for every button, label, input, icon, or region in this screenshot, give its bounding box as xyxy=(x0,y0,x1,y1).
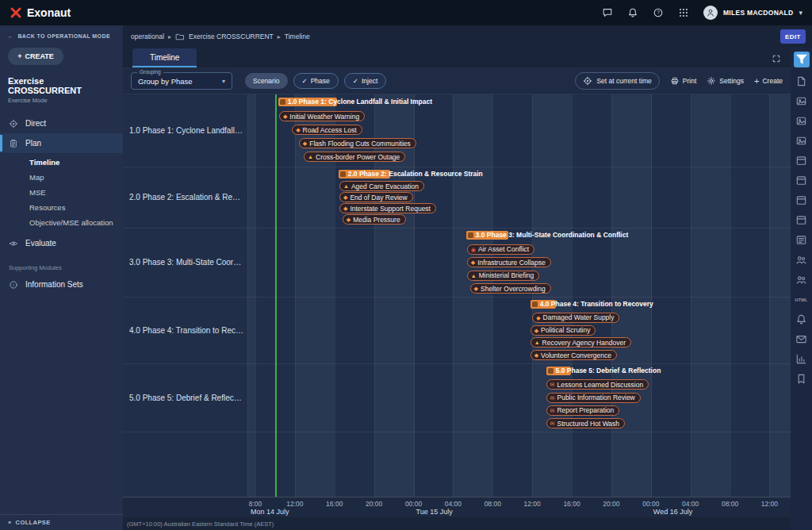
axis-tick: 00:00 xyxy=(642,500,659,508)
inject-chip[interactable]: ◆Initial Weather Warning xyxy=(279,111,365,121)
sidebar-item-resources[interactable]: Resources xyxy=(0,200,123,215)
chat-icon[interactable] xyxy=(602,7,613,18)
right-icon-rail: HTML xyxy=(791,48,812,530)
inject-chip[interactable]: ◆Shelter Overcrowding xyxy=(470,283,551,294)
phase-bar[interactable]: 1.0 Phase 1: Cyclone Landfall & Initial … xyxy=(278,98,338,106)
chevron-right-icon: ▸ xyxy=(168,33,171,40)
card-icon-2[interactable] xyxy=(795,175,807,186)
timeline-band xyxy=(691,94,730,497)
gridline xyxy=(651,94,652,497)
inject-chip[interactable]: ◆Media Pressure xyxy=(343,214,406,225)
diamond-icon: ◆ xyxy=(303,140,307,146)
row-separator xyxy=(123,167,791,167)
inject-label: Road Access Lost xyxy=(303,126,357,134)
filter-chip-scenario[interactable]: Scenario xyxy=(245,73,288,89)
help-icon[interactable]: ? xyxy=(653,7,664,18)
notifications-icon[interactable] xyxy=(795,313,807,325)
phase-bar[interactable]: 3.0 Phase 3: Multi-State Coordination & … xyxy=(466,231,509,240)
card-icon[interactable] xyxy=(795,155,807,167)
row-separator xyxy=(123,432,791,432)
inject-chip[interactable]: ◆Interstate Support Request xyxy=(339,203,436,213)
mail-icon: ✉ xyxy=(550,421,555,426)
inject-label: Damaged Water Supply xyxy=(543,313,615,321)
breadcrumb-exercise[interactable]: Exercise CROSSCURRENT xyxy=(189,33,274,40)
tab-timeline[interactable]: Timeline xyxy=(132,48,197,67)
inject-chip[interactable]: ◆Infrastructure Collapse xyxy=(467,257,551,267)
axis-day-label: Wed 16 July xyxy=(653,508,692,516)
html-icon[interactable]: HTML xyxy=(795,294,807,305)
inject-chip[interactable]: ▲Aged Care Evacuation xyxy=(339,181,424,191)
phase-bar[interactable]: 4.0 Phase 4: Transition to Recovery xyxy=(530,300,556,309)
apps-grid-icon[interactable] xyxy=(678,7,689,18)
sidebar-item-information-sets[interactable]: i Information Sets xyxy=(0,275,123,294)
gridline xyxy=(532,94,533,497)
inject-chip[interactable]: ▲Recovery Agency Handover xyxy=(530,337,631,348)
exonaut-logo: Exonaut xyxy=(10,6,71,19)
print-button[interactable]: Print xyxy=(670,76,696,86)
user-menu[interactable]: MILES MACDONALD ▾ xyxy=(703,6,802,20)
inject-chip[interactable]: ◆Volunteer Convergence xyxy=(530,350,617,360)
timeline-band xyxy=(532,94,572,497)
sidebar-item-timeline[interactable]: Timeline xyxy=(0,155,123,170)
sidebar-item-map[interactable]: Map xyxy=(0,170,123,185)
inject-chip[interactable]: ▲Ministerial Briefing xyxy=(467,271,539,281)
mail-icon[interactable] xyxy=(795,333,807,345)
sidebar-item-objective-mse-allocation[interactable]: Objective/MSE allocation xyxy=(0,215,123,230)
sidebar: ← BACK TO OPERATIONAL MODE + CREATE Exer… xyxy=(0,25,123,530)
back-to-operational-mode[interactable]: ← BACK TO OPERATIONAL MODE xyxy=(0,25,123,40)
inject-chip[interactable]: ◆Road Access Lost xyxy=(292,125,362,135)
list-icon[interactable] xyxy=(795,234,807,246)
edit-button[interactable]: EDIT xyxy=(780,29,806,44)
breadcrumb-operational[interactable]: operational xyxy=(131,33,164,40)
person-icon xyxy=(706,8,715,17)
filter-chip-phase[interactable]: ✓Phase xyxy=(293,73,339,89)
inject-chip[interactable]: ✉Public Information Review xyxy=(546,393,641,403)
settings-button[interactable]: Settings xyxy=(707,76,744,86)
gridline xyxy=(255,94,256,497)
group-icon-2[interactable] xyxy=(795,274,807,286)
image-icon[interactable] xyxy=(795,95,807,107)
axis-tick: 08:00 xyxy=(485,500,501,508)
phase-bar-label: 2.0 Phase 2: Escalation & Resource Strai… xyxy=(348,170,483,179)
gear-icon xyxy=(707,76,716,86)
fullscreen-icon[interactable] xyxy=(772,54,781,63)
card-icon-4[interactable] xyxy=(795,214,807,226)
document-icon[interactable] xyxy=(795,75,807,87)
sidebar-item-mse[interactable]: MSE xyxy=(0,185,123,200)
inject-chip[interactable]: ◆Political Scrutiny xyxy=(530,325,596,336)
user-name: MILES MACDONALD xyxy=(723,9,794,17)
set-current-time-button[interactable]: Set at current time xyxy=(575,72,659,90)
inject-chip[interactable]: ◆Flash Flooding Cuts Communities xyxy=(299,138,416,148)
card-icon-3[interactable] xyxy=(795,194,807,206)
inject-chip[interactable]: ✉Structured Hot Wash xyxy=(546,418,625,428)
group-icon[interactable] xyxy=(795,254,807,266)
sidebar-item-direct[interactable]: Direct xyxy=(0,113,123,133)
phase-bar[interactable]: 5.0 Phase 5: Debrief & Reflection xyxy=(546,367,571,375)
warning-icon: ▲ xyxy=(308,154,313,159)
sidebar-item-plan[interactable]: Plan xyxy=(0,133,123,153)
inject-chip[interactable]: ▲Cross-border Power Outage xyxy=(304,152,405,162)
inject-chip[interactable]: ◆End of Day Review xyxy=(339,192,413,202)
grouping-select[interactable]: Grouping Group by Phase ▾ xyxy=(131,72,232,90)
chart-icon[interactable] xyxy=(795,353,807,365)
library-icon[interactable] xyxy=(795,373,807,385)
svg-text:i: i xyxy=(13,282,13,287)
inject-chip[interactable]: ◆Damaged Water Supply xyxy=(532,313,619,323)
create-timeline-item-button[interactable]: + Create xyxy=(754,77,783,86)
collapse-sidebar-button[interactable]: « COLLAPSE xyxy=(0,514,123,530)
phase-bar-label: 3.0 Phase 3: Multi-State Coordination & … xyxy=(476,231,629,240)
create-button[interactable]: + CREATE xyxy=(8,48,63,65)
inject-chip[interactable]: ✉Lessons Learned Discussion xyxy=(546,379,649,390)
diamond-icon: ◆ xyxy=(343,194,347,200)
inject-chip[interactable]: ◉Air Asset Conflict xyxy=(467,244,534,255)
image-icon-2[interactable] xyxy=(795,115,807,127)
notifications-icon[interactable] xyxy=(627,7,638,18)
sidebar-item-evaluate[interactable]: Evaluate xyxy=(0,233,123,253)
filter-chip-inject[interactable]: ✓Inject xyxy=(344,73,386,89)
breadcrumb-timeline[interactable]: Timeline xyxy=(285,33,310,40)
inject-label: Recovery Agency Handover xyxy=(542,339,626,347)
image-icon-3[interactable] xyxy=(795,135,807,147)
inject-chip[interactable]: ✉Report Preparation xyxy=(546,405,620,416)
phase-bar[interactable]: 2.0 Phase 2: Escalation & Resource Strai… xyxy=(339,170,390,179)
filter-icon[interactable] xyxy=(794,52,810,67)
